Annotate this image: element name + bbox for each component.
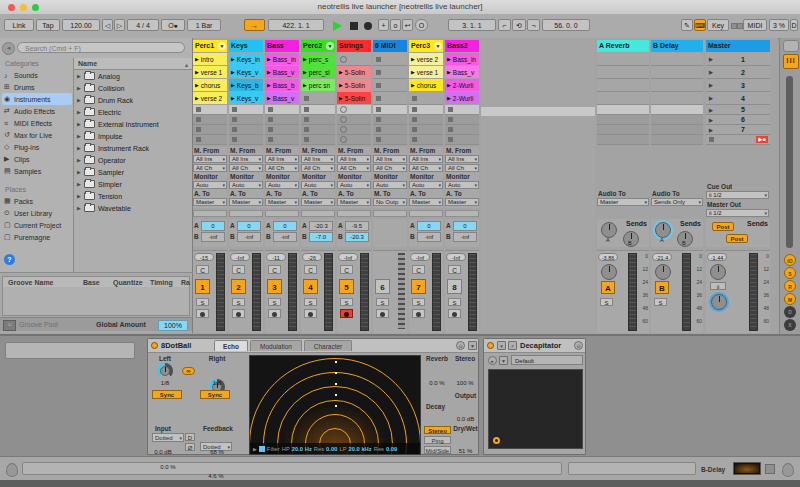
track-activator[interactable]: 2 — [231, 279, 246, 294]
name-column-header[interactable]: Name▴ — [74, 58, 192, 70]
track-activator[interactable]: 6 — [375, 279, 390, 294]
expand-icon[interactable]: ▶ — [77, 169, 84, 175]
sidebar-item-samples[interactable]: ▤ Samples — [2, 165, 72, 177]
solo-button[interactable]: S — [232, 298, 245, 306]
expand-icon[interactable]: ▶ — [77, 205, 84, 211]
empty-clip-slot[interactable] — [445, 135, 479, 145]
empty-clip-slot[interactable] — [409, 115, 443, 125]
clip-launch-icon[interactable]: ▶ — [411, 56, 415, 62]
monitor-dropdown[interactable]: Auto — [193, 181, 227, 189]
clip-launch-icon[interactable]: ▶ — [339, 82, 343, 88]
volume-value[interactable]: -1.44 — [707, 253, 727, 261]
expand-icon[interactable]: ▶ — [77, 181, 84, 187]
record-slot-icon[interactable] — [340, 136, 347, 143]
stop-slot-icon[interactable] — [232, 127, 237, 132]
clip-slot[interactable]: ▶perc sn — [301, 79, 335, 91]
stop-slot-icon[interactable] — [196, 117, 201, 122]
empty-clip-slot[interactable] — [373, 105, 407, 115]
volume-value[interactable]: -15 — [194, 253, 214, 261]
mode-left-dropdown[interactable]: Dotted — [152, 433, 184, 442]
arm-button[interactable] — [232, 309, 245, 318]
stop-slot-icon[interactable] — [304, 137, 309, 142]
track-header[interactable]: Bass — [265, 40, 299, 52]
stop-slot-icon[interactable] — [412, 96, 417, 101]
volume-value[interactable]: -Inf — [446, 253, 466, 261]
send-b-post-button[interactable]: Post — [726, 234, 748, 243]
clip-slot[interactable]: ▶perc_s — [301, 53, 335, 65]
cue-solo-button[interactable]: ii — [710, 282, 726, 290]
scene-launch-icon[interactable]: ▶ — [709, 69, 713, 75]
stop-slot-icon[interactable] — [232, 117, 237, 122]
echo-right-value[interactable]: 1/8 — [204, 380, 230, 386]
clip-launch-icon[interactable]: ▶ — [447, 69, 451, 75]
dry-wet-value[interactable]: 51 % — [452, 448, 479, 454]
stop-slot-icon[interactable] — [412, 117, 417, 122]
stop-slot-icon[interactable] — [448, 107, 453, 112]
midi-from-dropdown[interactable]: All Ins — [193, 155, 227, 163]
device-title[interactable]: 8DotBall — [161, 341, 191, 350]
track-header[interactable]: Perc2▼ — [301, 40, 335, 52]
save-preset-icon[interactable]: ▼ — [499, 356, 508, 365]
volume-value[interactable]: -Inf — [230, 253, 250, 261]
send-a-value[interactable]: 0 — [417, 221, 441, 231]
midi-channel-dropdown[interactable]: All Ch — [409, 164, 443, 172]
output-to-dropdown[interactable]: Master — [229, 198, 263, 206]
master-out-dropdown[interactable]: ii 1/2 — [706, 209, 769, 217]
plugin-edit-icon[interactable]: ≠ — [508, 341, 517, 350]
pan-control[interactable]: C — [232, 265, 245, 274]
stop-slot-icon[interactable] — [196, 137, 201, 142]
tempo-field[interactable]: 120.00 — [62, 19, 100, 31]
clip-launch-icon[interactable]: ▶ — [267, 95, 271, 101]
scene-launch-icon[interactable]: ▶ — [709, 56, 713, 62]
send-b-value[interactable]: -inf — [273, 232, 297, 242]
solo-button[interactable]: S — [448, 298, 461, 306]
midi-from-dropdown[interactable]: All Ins — [229, 155, 263, 163]
tab-modulation[interactable]: Modulation — [250, 340, 302, 351]
mid-side-mode-button[interactable]: Mid/Side — [424, 446, 451, 454]
arm-button[interactable] — [376, 309, 389, 318]
unfold-device-icon[interactable]: ▾ — [497, 341, 506, 350]
output-to-dropdown[interactable]: Master — [337, 198, 371, 206]
send-a-value[interactable]: -20.3 — [309, 221, 333, 231]
empty-clip-slot[interactable] — [337, 135, 371, 145]
toggle-r-section[interactable]: R — [784, 280, 796, 292]
empty-clip-slot[interactable] — [337, 115, 371, 125]
send-a-value[interactable]: 0 — [201, 221, 225, 231]
clip-launch-icon[interactable]: ▶ — [339, 95, 343, 101]
send-b-value[interactable]: -inf — [417, 232, 441, 242]
midi-channel-dropdown[interactable]: All Ch — [229, 164, 263, 172]
scene-4[interactable]: ▶4 — [706, 92, 770, 105]
solo-button[interactable]: S — [304, 298, 317, 306]
midi-channel-dropdown[interactable]: All Ch — [301, 164, 335, 172]
echo-left-knob[interactable] — [157, 363, 173, 379]
output-to-dropdown[interactable]: Master — [301, 198, 335, 206]
clip-launch-icon[interactable]: ▶ — [339, 69, 343, 75]
track-header[interactable]: Strings — [337, 40, 371, 52]
stereo-link-icon[interactable]: ∞ — [182, 367, 195, 375]
stop-slot-icon[interactable] — [232, 137, 237, 142]
sync-left-button[interactable]: Sync — [152, 390, 182, 399]
loop-length-field[interactable]: 56. 0. 0 — [542, 19, 590, 31]
ducking-button[interactable]: D — [185, 433, 195, 441]
scene-1[interactable]: ▶1 — [706, 53, 770, 66]
clip-slot[interactable]: ▶Keys_v — [229, 92, 263, 104]
track-activator[interactable]: 5 — [339, 279, 354, 294]
monitor-dropdown[interactable]: Auto — [301, 181, 335, 189]
send-a-value[interactable]: -9.5 — [345, 221, 369, 231]
empty-clip-slot[interactable] — [337, 53, 371, 66]
arm-button[interactable] — [268, 309, 281, 318]
browser-item-tension[interactable]: ▶ Tension — [74, 190, 192, 202]
groove-wave-icon[interactable]: ≈ — [3, 320, 16, 331]
stop-slot-icon[interactable] — [376, 127, 381, 132]
empty-clip-slot[interactable] — [409, 125, 443, 135]
clip-slot[interactable]: ▶chorus — [409, 79, 443, 91]
empty-clip-slot[interactable] — [373, 115, 407, 125]
sidebar-item-packs[interactable]: ▦ Packs — [2, 195, 72, 207]
stop-slot-icon[interactable] — [268, 127, 273, 132]
stop-slot-icon[interactable] — [376, 117, 381, 122]
stop-slot-icon[interactable] — [376, 96, 381, 101]
empty-clip-slot[interactable] — [301, 125, 335, 135]
monitor-dropdown[interactable]: Auto — [229, 181, 263, 189]
arm-button[interactable] — [340, 309, 353, 318]
sidebar-item-sounds[interactable]: ♪ Sounds — [2, 69, 72, 81]
